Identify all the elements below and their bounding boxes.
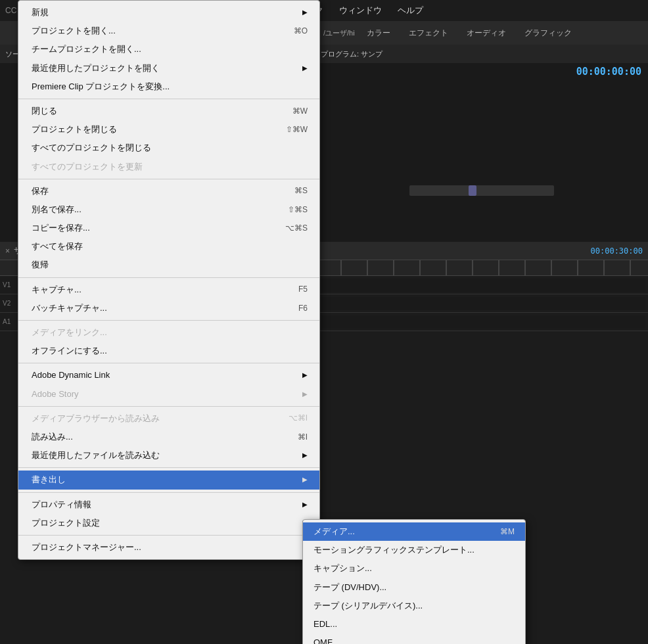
menu-import-browser-label: メディアブラウザーから読み込み	[32, 413, 160, 425]
menu-close-project[interactable]: プロジェクトを閉じる ⇧⌘W	[18, 120, 319, 139]
menu-close-label: 閉じる	[32, 105, 57, 117]
menu-recent-project-label: 最近使用したプロジェクトを開く	[32, 62, 160, 74]
submenu-media-label: メディア...	[313, 526, 355, 538]
submenu-omf-label: OMF	[313, 637, 333, 644]
submenu-motion-graphics[interactable]: モーショングラフィックステンプレート...	[303, 541, 525, 559]
menu-adobe-story-arrow: ▶	[302, 390, 308, 399]
separator-4	[18, 320, 319, 321]
menu-import-from-browser: メディアブラウザーから読み込み ⌥⌘I	[18, 409, 319, 428]
separator-8	[18, 492, 319, 493]
separator-3	[18, 277, 319, 278]
menu-dynamic-link-label: Adobe Dynamic Link	[32, 369, 110, 381]
menu-link-media-label: メディアをリンク...	[32, 327, 107, 338]
menu-adobe-story: Adobe Story ▶	[18, 385, 319, 403]
menu-save[interactable]: 保存 ⌘S	[18, 182, 319, 200]
menu-import-browser-shortcut: ⌥⌘I	[289, 413, 308, 424]
menu-close-shortcut: ⌘W	[292, 106, 308, 117]
menu-offline[interactable]: オフラインにする...	[18, 342, 319, 360]
menu-open-project-label: プロジェクトを開く...	[32, 25, 116, 37]
menu-save-shortcut: ⌘S	[294, 185, 308, 196]
menu-capture-shortcut: F5	[298, 284, 308, 295]
menu-open-project[interactable]: プロジェクトを開く... ⌘O	[18, 22, 319, 40]
menu-link-media: メディアをリンク...	[18, 323, 319, 342]
menu-export-label: 書き出し	[32, 474, 66, 486]
menu-close-project-shortcut: ⇧⌘W	[286, 124, 308, 135]
menu-import-label: 読み込み...	[32, 431, 73, 443]
menu-dynamic-link-arrow: ▶	[302, 371, 308, 380]
submenu-tape-dv-label: テープ (DV/HDV)...	[313, 582, 386, 593]
menu-recent-project-arrow: ▶	[302, 64, 308, 73]
menu-open-team[interactable]: チームプロジェクトを開く...	[18, 40, 319, 58]
menu-save-as-label: 別名で保存...	[32, 204, 81, 216]
file-menu: 新規 ▶ プロジェクトを開く... ⌘O チームプロジェクトを開く... 最近使…	[18, 0, 320, 560]
submenu-tape-serial-label: テープ (シリアルデバイス)...	[313, 600, 423, 612]
separator-5	[18, 363, 319, 363]
export-submenu: メディア... ⌘M モーショングラフィックステンプレート... キャプション.…	[302, 519, 526, 644]
separator-6	[18, 406, 319, 407]
menu-open-team-label: チームプロジェクトを開く...	[32, 43, 141, 55]
menu-save-as-shortcut: ⇧⌘S	[288, 204, 308, 216]
menu-save-label: 保存	[32, 185, 49, 197]
menu-close-all-label: すべてのプロジェクトを閉じる	[32, 142, 151, 154]
menu-dynamic-link[interactable]: Adobe Dynamic Link ▶	[18, 366, 319, 384]
menu-save-copy-shortcut: ⌥⌘S	[285, 223, 308, 234]
menu-project-settings[interactable]: プロジェクト設定 ▶	[18, 514, 319, 532]
dropdown-overlay: 新規 ▶ プロジェクトを開く... ⌘O チームプロジェクトを開く... 最近使…	[0, 0, 648, 644]
menu-close[interactable]: 閉じる ⌘W	[18, 102, 319, 120]
menu-revert[interactable]: 復帰	[18, 256, 319, 274]
menu-update-all-label: すべてのプロジェクトを更新	[32, 161, 143, 173]
menu-new-label: 新規	[32, 7, 49, 18]
menu-recent-file-label: 最近使用したファイルを読み込む	[32, 449, 160, 461]
submenu-caption-label: キャプション...	[313, 563, 372, 574]
menu-capture[interactable]: キャプチャ... F5	[18, 281, 319, 299]
submenu-edl-label: EDL...	[313, 618, 337, 630]
menu-save-copy[interactable]: コピーを保存... ⌥⌘S	[18, 219, 319, 237]
menu-save-all-label: すべてを保存	[32, 241, 83, 252]
separator-7	[18, 467, 319, 468]
menu-import-shortcut: ⌘I	[298, 432, 308, 443]
menu-convert-clip[interactable]: Premiere Clip プロジェクトを変換...	[18, 78, 319, 96]
menu-batch-capture-shortcut: F6	[298, 303, 308, 314]
menu-project-manager[interactable]: プロジェクトマネージャー...	[18, 538, 319, 557]
menu-new[interactable]: 新規 ▶	[18, 3, 319, 22]
menu-update-all: すべてのプロジェクトを更新	[18, 158, 319, 176]
menu-adobe-story-label: Adobe Story	[32, 388, 79, 400]
menu-import[interactable]: 読み込み... ⌘I	[18, 428, 319, 446]
menu-save-as[interactable]: 別名で保存... ⇧⌘S	[18, 200, 319, 219]
submenu-media-shortcut: ⌘M	[500, 526, 515, 538]
menu-recent-file[interactable]: 最近使用したファイルを読み込む ▶	[18, 446, 319, 465]
menu-close-all[interactable]: すべてのプロジェクトを閉じる	[18, 139, 319, 157]
menu-recent-file-arrow: ▶	[302, 451, 308, 460]
menu-convert-clip-label: Premiere Clip プロジェクトを変換...	[32, 81, 170, 93]
submenu-tape-serial[interactable]: テープ (シリアルデバイス)...	[303, 597, 525, 615]
menu-capture-label: キャプチャ...	[32, 284, 81, 296]
submenu-edl[interactable]: EDL...	[303, 615, 525, 633]
menu-export[interactable]: 書き出し ▶	[18, 471, 319, 489]
menu-recent-project[interactable]: 最近使用したプロジェクトを開く ▶	[18, 59, 319, 78]
menu-save-all[interactable]: すべてを保存	[18, 237, 319, 256]
menu-export-arrow: ▶	[302, 475, 308, 484]
menu-new-arrow: ▶	[302, 8, 308, 17]
menu-batch-capture[interactable]: バッチキャプチャ... F6	[18, 299, 319, 317]
menu-properties-label: プロパティ情報	[32, 499, 91, 511]
submenu-caption[interactable]: キャプション...	[303, 559, 525, 578]
submenu-media[interactable]: メディア... ⌘M	[303, 522, 525, 541]
menu-properties-arrow: ▶	[302, 500, 308, 509]
menu-revert-label: 復帰	[32, 259, 49, 271]
menu-project-manager-label: プロジェクトマネージャー...	[32, 541, 141, 553]
menu-properties[interactable]: プロパティ情報 ▶	[18, 495, 319, 514]
submenu-tape-dv[interactable]: テープ (DV/HDV)...	[303, 578, 525, 597]
menu-open-project-shortcut: ⌘O	[294, 26, 308, 37]
separator-2	[18, 179, 319, 179]
submenu-omf[interactable]: OMF	[303, 633, 525, 644]
menu-offline-label: オフラインにする...	[32, 345, 107, 357]
separator-9	[18, 535, 319, 536]
menu-close-project-label: プロジェクトを閉じる	[32, 124, 117, 135]
menu-batch-capture-label: バッチキャプチャ...	[32, 302, 107, 314]
separator-1	[18, 99, 319, 99]
menu-project-settings-label: プロジェクト設定	[32, 517, 100, 529]
menu-save-copy-label: コピーを保存...	[32, 222, 90, 234]
submenu-motion-graphics-label: モーショングラフィックステンプレート...	[313, 544, 474, 556]
